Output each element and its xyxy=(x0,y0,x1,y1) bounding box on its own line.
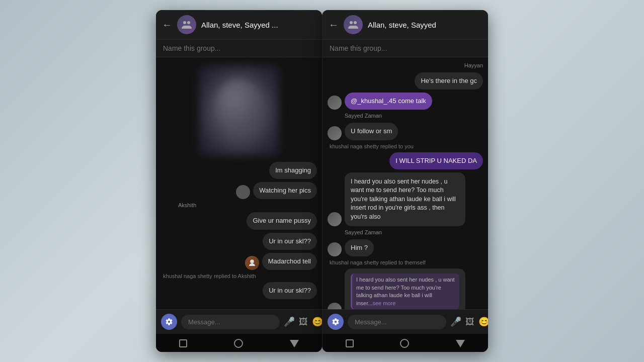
phone-1: ← Allan, steve, Sayyed ... Im shagging W… xyxy=(156,10,322,352)
avatar xyxy=(328,242,342,256)
blurred-image xyxy=(199,65,279,156)
sender-label: Sayyed Zaman xyxy=(345,113,483,119)
back-button-1[interactable]: ← xyxy=(162,19,172,31)
image-icon-2[interactable]: 🖼 xyxy=(465,317,474,327)
quoted-text: I heard you also sent her nudes , u want… xyxy=(351,274,459,309)
list-item: Ur in our skl?? xyxy=(161,282,317,299)
message-bubble: Ur in our skl?? xyxy=(263,282,317,299)
group-avatar-1 xyxy=(177,15,196,34)
avatar xyxy=(236,185,250,199)
chat-area-2: Hayyan He's there in the gc @_khushal_.4… xyxy=(323,57,488,309)
bottom-bar-2: 🎤 🖼 😊 xyxy=(323,309,488,334)
message-bubble: He's there in the gc xyxy=(415,72,483,89)
list-item: @_khushal_.45 come talk xyxy=(328,93,483,110)
camera-button-2[interactable] xyxy=(328,314,344,330)
reply-indicator-2: khushal naga shetty replied to themself xyxy=(329,259,483,265)
svg-point-4 xyxy=(354,21,357,24)
message-input-2[interactable] xyxy=(348,315,446,329)
message-bubble: Give ur name pussy xyxy=(247,212,317,229)
nav-square-1[interactable] xyxy=(179,339,187,347)
nav-circle-2[interactable] xyxy=(400,339,409,348)
message-bubble: @_khushal_.45 come talk xyxy=(345,93,432,110)
sender-label: Akshith xyxy=(178,202,317,208)
list-item: Ur in our skl?? xyxy=(161,233,317,250)
group-name-input-2[interactable] xyxy=(330,44,481,52)
chat-header-2: ← Allan, steve, Sayyed xyxy=(323,10,488,40)
avatar xyxy=(328,212,342,226)
message-bubble: U follow or sm xyxy=(345,123,398,140)
message-bubble: Ur in our skl?? xyxy=(263,233,317,250)
message-bubble: I WILL STRIP U NAKED DA xyxy=(389,152,483,169)
list-item: He's there in the gc xyxy=(328,72,483,89)
avatar xyxy=(328,303,342,309)
mic-icon-1[interactable]: 🎤 xyxy=(284,316,295,327)
mic-icon-2[interactable]: 🎤 xyxy=(450,316,461,327)
nav-triangle-2[interactable] xyxy=(456,340,465,347)
header-title-2: Allan, steve, Sayyed xyxy=(368,21,436,29)
group-name-bar-2 xyxy=(323,40,488,57)
avatar xyxy=(328,96,342,110)
chat-area-1: Im shagging Watching her pics Akshith Gi… xyxy=(156,57,322,309)
group-name-input-1[interactable] xyxy=(163,44,315,52)
back-button-2[interactable]: ← xyxy=(329,19,339,31)
sender-label: Sayyed Zaman xyxy=(345,229,483,235)
avatar xyxy=(328,126,342,140)
message-bubble: I heard you also sent her nudes , u want… xyxy=(345,172,465,227)
chat-header-1: ← Allan, steve, Sayyed ... xyxy=(156,10,322,40)
svg-point-1 xyxy=(187,21,190,24)
list-item: Him ? xyxy=(328,239,483,256)
group-name-bar-1 xyxy=(156,40,322,57)
avatar-special xyxy=(245,256,259,270)
phone-2: ← Allan, steve, Sayyed Hayyan He's there… xyxy=(322,10,488,352)
camera-button-1[interactable] xyxy=(161,314,177,330)
reply-indicator: khushal naga shetty replied to Akshith xyxy=(162,273,317,279)
message-bubble: Watching her pics xyxy=(253,182,317,199)
list-item: Madarchod tell xyxy=(161,253,317,270)
list-item: U follow or sm xyxy=(328,123,483,140)
emoji-icon-1[interactable]: 😊 xyxy=(312,316,322,327)
nav-circle-1[interactable] xyxy=(234,339,243,348)
emoji-icon-2[interactable]: 😊 xyxy=(478,316,488,327)
list-item: I WILL STRIP U NAKED DA xyxy=(328,152,483,169)
list-item: Im shagging xyxy=(161,162,317,179)
svg-point-0 xyxy=(183,21,186,24)
message-bubble: Im shagging xyxy=(269,162,317,179)
sender-label: Hayyan xyxy=(328,62,483,68)
group-avatar-2 xyxy=(344,15,363,34)
list-item: I heard you also sent her nudes , u want… xyxy=(328,268,483,309)
message-bubble: I heard you also sent her nudes , u want… xyxy=(345,268,465,309)
list-item: I heard you also sent her nudes , u want… xyxy=(328,172,483,227)
nav-bar-1 xyxy=(156,334,322,352)
svg-point-2 xyxy=(250,259,254,263)
bottom-bar-1: 🎤 🖼 😊 xyxy=(156,309,322,334)
message-input-1[interactable] xyxy=(181,315,280,329)
nav-bar-2 xyxy=(323,334,488,352)
nav-triangle-1[interactable] xyxy=(290,340,299,347)
svg-point-3 xyxy=(350,21,353,24)
nav-square-2[interactable] xyxy=(346,339,354,347)
list-item: Watching her pics xyxy=(161,182,317,199)
list-item: Give ur name pussy xyxy=(161,212,317,229)
header-title-1: Allan, steve, Sayyed ... xyxy=(201,21,278,29)
reply-indicator: khushal naga shetty replied to you xyxy=(329,143,483,149)
image-icon-1[interactable]: 🖼 xyxy=(299,317,308,327)
message-bubble: Madarchod tell xyxy=(262,253,317,270)
message-bubble: Him ? xyxy=(345,239,374,256)
